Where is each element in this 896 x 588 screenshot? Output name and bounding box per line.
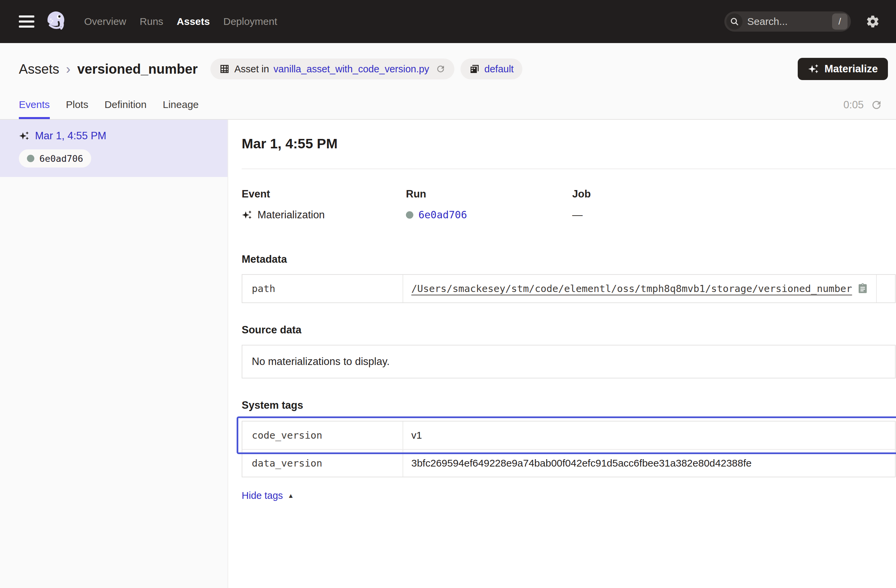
job-column-label: Job bbox=[572, 188, 896, 200]
materialize-button[interactable]: Materialize bbox=[798, 58, 888, 80]
run-id-link[interactable]: 6e0ad706 bbox=[418, 209, 467, 221]
run-status-dot bbox=[27, 155, 34, 162]
materialize-label: Materialize bbox=[824, 63, 878, 75]
settings-gear-icon[interactable] bbox=[866, 14, 880, 29]
events-sidebar: Mar 1, 4:55 PM 6e0ad706 bbox=[0, 120, 228, 588]
nav-item-runs[interactable]: Runs bbox=[140, 16, 163, 27]
event-detail-panel: Mar 1, 4:55 PM Event Materialization Run bbox=[228, 120, 896, 588]
metadata-path-link[interactable]: /Users/smackesey/stm/code/elementl/oss/t… bbox=[411, 283, 852, 294]
sparkle-icon bbox=[808, 63, 819, 75]
source-data-empty-state: No materializations to display. bbox=[242, 345, 896, 378]
source-data-heading: Source data bbox=[242, 324, 896, 336]
event-list-item-selected[interactable]: Mar 1, 4:55 PM 6e0ad706 bbox=[0, 120, 227, 177]
breadcrumb-assets-link[interactable]: Assets bbox=[19, 62, 59, 77]
search-box[interactable]: / bbox=[724, 11, 851, 32]
page-title: versioned_number bbox=[77, 62, 198, 77]
nav-item-deployment[interactable]: Deployment bbox=[223, 16, 277, 27]
materialization-sparkle-icon bbox=[242, 210, 253, 220]
hide-tags-toggle[interactable]: Hide tags ▲ bbox=[242, 490, 294, 501]
search-icon bbox=[726, 14, 742, 30]
reload-icon[interactable] bbox=[436, 64, 446, 74]
copy-clipboard-icon[interactable] bbox=[857, 283, 868, 294]
run-column-label: Run bbox=[406, 188, 572, 200]
run-id-chip[interactable]: 6e0ad706 bbox=[19, 149, 91, 167]
system-tags-heading: System tags bbox=[242, 399, 896, 412]
source-data-empty-text: No materializations to display. bbox=[252, 356, 390, 367]
metadata-table: path /Users/smackesey/stm/code/elementl/… bbox=[242, 274, 896, 303]
tag-key-code-version: code_version bbox=[242, 421, 403, 449]
event-column: Event Materialization bbox=[242, 188, 406, 221]
row-end-cell bbox=[876, 275, 895, 302]
run-status-dot bbox=[406, 211, 413, 219]
top-nav: Overview Runs Assets Deployment / bbox=[0, 0, 896, 43]
dagster-logo[interactable] bbox=[45, 11, 67, 33]
repo-grid-icon bbox=[469, 64, 480, 74]
nav-item-assets[interactable]: Assets bbox=[177, 16, 210, 27]
tab-events[interactable]: Events bbox=[19, 91, 50, 119]
metadata-key-path: path bbox=[242, 275, 403, 302]
tab-bar: Events Plots Definition Lineage 0:05 bbox=[0, 91, 896, 120]
search-input[interactable] bbox=[747, 16, 832, 27]
chevron-right-icon: › bbox=[66, 62, 70, 77]
run-column: Run 6e0ad706 bbox=[406, 188, 572, 221]
tab-lineage[interactable]: Lineage bbox=[163, 91, 199, 119]
tag-value-code-version: v1 bbox=[411, 430, 422, 441]
asset-file-link[interactable]: vanilla_asset_with_code_version.py bbox=[273, 64, 429, 75]
breadcrumb: Assets › versioned_number bbox=[19, 62, 198, 77]
page-header: Assets › versioned_number Asset in vanil… bbox=[0, 43, 896, 91]
table-row: path /Users/smackesey/stm/code/elementl/… bbox=[242, 275, 895, 302]
run-id-text: 6e0ad706 bbox=[40, 153, 83, 164]
refresh-countdown: 0:05 bbox=[844, 99, 864, 111]
event-column-label: Event bbox=[242, 188, 406, 200]
caret-up-icon: ▲ bbox=[288, 492, 294, 500]
divider bbox=[242, 169, 896, 169]
hamburger-menu-icon[interactable] bbox=[19, 15, 34, 27]
table-icon bbox=[219, 64, 230, 74]
tab-plots[interactable]: Plots bbox=[66, 91, 88, 119]
table-row-data-version: data_version 3bfc269594ef649228e9a74bab0… bbox=[242, 449, 895, 477]
refresh-icon[interactable] bbox=[870, 99, 882, 111]
asset-chip-prefix: Asset in bbox=[234, 64, 269, 75]
event-detail-title: Mar 1, 4:55 PM bbox=[242, 136, 896, 152]
event-timestamp-link[interactable]: Mar 1, 4:55 PM bbox=[35, 130, 107, 142]
metadata-heading: Metadata bbox=[242, 253, 896, 265]
tag-value-data-version: 3bfc269594ef649228e9a74bab00f042efc91d5a… bbox=[411, 457, 751, 469]
asset-definition-chip[interactable]: Asset in vanilla_asset_with_code_version… bbox=[210, 59, 454, 79]
system-tags-table: code_version v1 data_version 3bfc269594e… bbox=[242, 421, 896, 477]
tab-definition[interactable]: Definition bbox=[104, 91, 146, 119]
materialization-sparkle-icon bbox=[19, 131, 30, 141]
job-value-empty: — bbox=[572, 209, 583, 221]
repository-chip[interactable]: default bbox=[460, 59, 523, 79]
search-shortcut-badge: / bbox=[832, 14, 847, 30]
job-column: Job — bbox=[572, 188, 896, 221]
hide-tags-label: Hide tags bbox=[242, 490, 283, 501]
event-type-value: Materialization bbox=[258, 209, 325, 221]
table-row-code-version: code_version v1 bbox=[242, 421, 895, 449]
main-nav: Overview Runs Assets Deployment bbox=[84, 16, 277, 27]
nav-item-overview[interactable]: Overview bbox=[84, 16, 126, 27]
repo-default-link[interactable]: default bbox=[485, 64, 514, 75]
tag-key-data-version: data_version bbox=[242, 450, 403, 477]
